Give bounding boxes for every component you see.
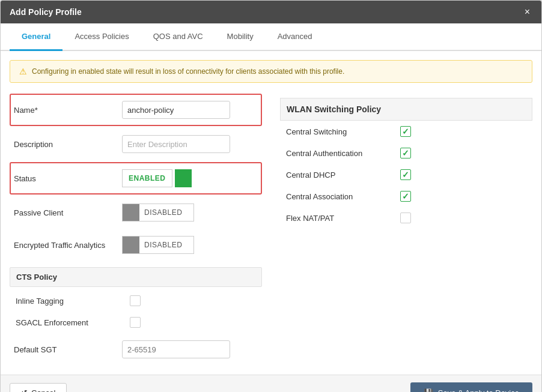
central-dhcp-checkmark: ✓ xyxy=(402,170,409,179)
default-sgt-input[interactable] xyxy=(122,340,230,358)
warning-icon: ⚠ xyxy=(19,67,27,76)
passive-client-toggle-indicator xyxy=(123,204,139,221)
flex-nat-pat-label: Flex NAT/PAT xyxy=(286,214,394,223)
passive-client-value: DISABLED xyxy=(139,208,187,217)
left-panel: Name* Description Status ENABLED Passive… xyxy=(10,92,262,366)
tab-access-policies[interactable]: Access Policies xyxy=(62,23,141,51)
central-association-row: Central Association ✓ xyxy=(280,185,532,207)
right-panel: WLAN Switching Policy Central Switching … xyxy=(280,92,532,366)
modal-title: Add Policy Profile xyxy=(10,7,82,17)
passive-client-row: Passive Client DISABLED xyxy=(10,196,262,229)
name-label: Name* xyxy=(14,106,122,115)
central-dhcp-row: Central DHCP ✓ xyxy=(280,164,532,185)
wlan-section-title: WLAN Switching Policy xyxy=(280,98,532,121)
status-row: Status ENABLED xyxy=(10,162,262,194)
sgacl-enforcement-label: SGACL Enforcement xyxy=(16,318,124,327)
central-authentication-checkmark: ✓ xyxy=(402,148,409,158)
description-label: Description xyxy=(14,140,122,149)
encrypted-traffic-value: DISABLED xyxy=(139,241,187,249)
inline-tagging-checkbox[interactable] xyxy=(130,295,141,306)
sgacl-enforcement-row: SGACL Enforcement xyxy=(10,312,262,333)
passive-client-toggle[interactable]: DISABLED xyxy=(122,204,194,222)
tab-mobility[interactable]: Mobility xyxy=(215,23,266,51)
status-enabled-label: ENABLED xyxy=(122,169,172,187)
name-row: Name* xyxy=(10,94,262,126)
save-apply-button[interactable]: 💾 Save & Apply to Device xyxy=(410,382,532,392)
name-input[interactable] xyxy=(122,101,230,119)
tab-qos-avc[interactable]: QOS and AVC xyxy=(141,23,215,51)
flex-nat-pat-checkbox[interactable] xyxy=(400,213,411,223)
central-switching-checkbox[interactable]: ✓ xyxy=(400,126,411,137)
status-label: Status xyxy=(14,174,122,183)
encrypted-traffic-toggle[interactable]: DISABLED xyxy=(122,236,194,254)
cancel-button[interactable]: ↺ Cancel xyxy=(10,383,67,392)
central-switching-checkmark: ✓ xyxy=(402,127,409,136)
central-authentication-checkbox[interactable]: ✓ xyxy=(400,148,411,158)
warning-banner: ⚠ Configuring in enabled state will resu… xyxy=(10,60,532,83)
central-association-checkbox[interactable]: ✓ xyxy=(400,191,411,202)
description-row: Description xyxy=(10,128,262,160)
modal-header: Add Policy Profile × xyxy=(1,1,541,23)
save-icon: 💾 xyxy=(424,388,433,392)
passive-client-label: Passive Client xyxy=(14,208,122,217)
flex-nat-pat-row: Flex NAT/PAT xyxy=(280,207,532,229)
inline-tagging-label: Inline Tagging xyxy=(16,297,124,306)
cancel-label: Cancel xyxy=(31,388,55,392)
encrypted-traffic-row: Encrypted Traffic Analytics DISABLED xyxy=(10,229,262,261)
central-dhcp-label: Central DHCP xyxy=(286,170,394,179)
tab-bar: General Access Policies QOS and AVC Mobi… xyxy=(1,23,541,51)
close-button[interactable]: × xyxy=(522,7,532,17)
description-input[interactable] xyxy=(122,135,230,153)
central-switching-row: Central Switching ✓ xyxy=(280,121,532,142)
encrypted-traffic-label: Encrypted Traffic Analytics xyxy=(14,241,122,250)
tab-advanced[interactable]: Advanced xyxy=(266,23,324,51)
inline-tagging-row: Inline Tagging xyxy=(10,290,262,312)
tab-general[interactable]: General xyxy=(10,23,62,51)
central-authentication-row: Central Authentication ✓ xyxy=(280,142,532,164)
default-sgt-row: Default SGT xyxy=(10,333,262,366)
sgacl-enforcement-checkbox[interactable] xyxy=(130,317,141,328)
cts-policy-section-header: CTS Policy xyxy=(10,267,262,287)
encrypted-traffic-toggle-indicator xyxy=(123,237,139,253)
central-dhcp-checkbox[interactable]: ✓ xyxy=(400,169,411,180)
modal-footer: ↺ Cancel 💾 Save & Apply to Device xyxy=(1,375,541,392)
default-sgt-label: Default SGT xyxy=(14,345,122,354)
warning-text: Configuring in enabled state will result… xyxy=(32,67,344,76)
modal-body: Name* Description Status ENABLED Passive… xyxy=(1,92,541,375)
central-association-label: Central Association xyxy=(286,192,394,201)
status-toggle-indicator xyxy=(175,169,192,187)
central-association-checkmark: ✓ xyxy=(402,191,409,201)
add-policy-profile-modal: Add Policy Profile × General Access Poli… xyxy=(0,0,542,392)
central-switching-label: Central Switching xyxy=(286,127,394,136)
cancel-icon: ↺ xyxy=(21,388,28,392)
save-label: Save & Apply to Device xyxy=(438,388,519,392)
central-authentication-label: Central Authentication xyxy=(286,149,394,158)
status-toggle[interactable]: ENABLED xyxy=(122,169,192,187)
